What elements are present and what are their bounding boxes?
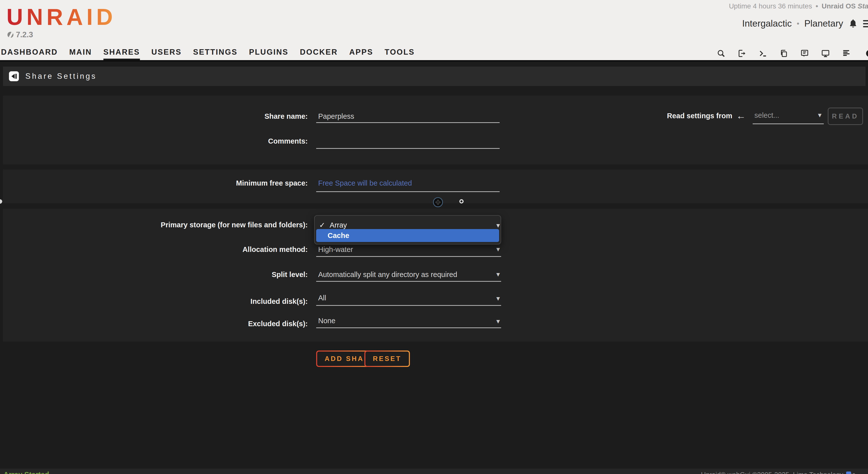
server-row: Intergalactic • Planetary (742, 19, 868, 29)
copyright-text: Unraid® webGui ©2005-2025, Lime Technolo… (701, 471, 857, 474)
check-icon: ✓ (319, 221, 325, 230)
comments-label: Comments: (0, 137, 308, 145)
search-icon[interactable] (716, 49, 726, 58)
uptime-row: Uptime 4 hours 36 minutes • Unraid OS St… (729, 2, 868, 10)
edge-notch (0, 199, 2, 204)
unraid-logo: UNRAID (6, 4, 116, 30)
license-label: Unraid OS Start (822, 2, 868, 10)
unraid-webgui: UNRAID 7.2.3 Uptime 4 hours 36 minutes •… (0, 0, 868, 474)
array-status[interactable]: Array Started (3, 471, 49, 474)
hamburger-menu-icon[interactable] (863, 20, 868, 27)
server-description: Planetary (804, 19, 843, 29)
sign-out-icon[interactable] (737, 49, 747, 58)
nav-users[interactable]: USERS (151, 48, 182, 59)
terminal-icon[interactable] (758, 49, 768, 58)
nav-tools[interactable]: TOOLS (384, 48, 414, 59)
nav-settings[interactable]: SETTINGS (193, 48, 238, 59)
copy-icon[interactable] (779, 49, 788, 58)
move-cursor-pointer: ✥ (433, 197, 443, 207)
split-level-underline (316, 281, 501, 282)
included-disks-underline (316, 305, 501, 306)
page-title: Share Settings (25, 72, 97, 81)
min-free-space-underline (316, 191, 500, 192)
nav-main[interactable]: MAIN (69, 48, 92, 59)
dropdown-option-cache[interactable]: Cache (328, 231, 349, 240)
min-free-space-input[interactable]: Free Space will be calculated (318, 179, 412, 188)
read-settings-underline (753, 124, 824, 124)
excluded-disks-underline (316, 328, 501, 328)
header-divider (0, 60, 868, 62)
chevron-down-icon: ▼ (495, 272, 501, 277)
chevron-down-icon: ▼ (495, 222, 501, 229)
nav-apps[interactable]: APPS (349, 48, 373, 59)
server-name[interactable]: Intergalactic (742, 19, 792, 29)
page-titlebar: Share Settings (3, 67, 866, 86)
chevron-down-icon: ▼ (495, 318, 501, 325)
version-label: 7.2.3 (16, 30, 33, 39)
footer-blue-icon[interactable] (846, 472, 851, 474)
primary-storage-label: Primary storage (for new files and folde… (0, 221, 308, 229)
included-disks-label: Included disk(s): (0, 297, 308, 306)
min-free-space-label: Minimum free space: (0, 179, 308, 188)
dropdown-option-array[interactable]: ✓ Array (319, 221, 347, 230)
read-settings-select[interactable]: select... (754, 111, 779, 120)
header: UNRAID 7.2.3 Uptime 4 hours 36 minutes •… (0, 0, 868, 60)
dot-separator: • (815, 2, 818, 10)
bell-icon[interactable] (848, 19, 858, 29)
section-identity (3, 96, 868, 165)
nav-icon-bar (716, 49, 868, 58)
back-arrow-icon[interactable] (9, 71, 19, 81)
split-level-label: Split level: (0, 270, 308, 279)
reset-button[interactable]: RESET (364, 350, 410, 367)
allocation-method-underline (316, 256, 501, 257)
log-icon[interactable] (842, 49, 851, 58)
nav-docker[interactable]: DOCKER (300, 48, 338, 59)
chevron-down-icon: ▼ (817, 112, 823, 118)
monitor-icon[interactable] (821, 49, 830, 58)
allocation-method-label: Allocation method: (0, 245, 308, 254)
included-disks-select[interactable]: All (318, 294, 326, 302)
split-level-select[interactable]: Automatically split any directory as req… (318, 270, 457, 279)
dot-separator: • (797, 20, 799, 28)
left-arrow-icon: ← (736, 112, 746, 120)
excluded-disks-select[interactable]: None (318, 316, 335, 325)
comments-underline (316, 148, 500, 149)
feedback-icon[interactable] (800, 49, 809, 58)
nav-shares[interactable]: SHARES (103, 48, 140, 60)
version-icon (7, 32, 13, 38)
share-name-label: Share name: (0, 112, 308, 121)
allocation-method-select[interactable]: High-water (318, 245, 353, 254)
read-settings-label: Read settings from ← (667, 112, 746, 120)
nav-dashboard[interactable]: DASHBOARD (1, 48, 58, 59)
partial-circle-icon[interactable] (863, 49, 868, 58)
excluded-disks-label: Excluded disk(s): (0, 319, 308, 328)
share-name-input[interactable]: Paperpless (318, 112, 354, 121)
version-row: 7.2.3 (7, 30, 33, 39)
main-nav: DASHBOARD MAIN SHARES USERS SETTINGS PLU… (1, 48, 415, 60)
footer-bar: Array Started Unraid® webGui ©2005-2025,… (0, 469, 868, 474)
read-button[interactable]: READ (828, 108, 863, 125)
click-ring-indicator (459, 199, 464, 203)
nav-plugins[interactable]: PLUGINS (249, 48, 288, 59)
chevron-down-icon: ▼ (495, 246, 501, 252)
share-name-underline (316, 122, 500, 123)
uptime-label: Uptime 4 hours 36 minutes (729, 2, 812, 10)
chevron-down-icon: ▼ (495, 296, 501, 302)
